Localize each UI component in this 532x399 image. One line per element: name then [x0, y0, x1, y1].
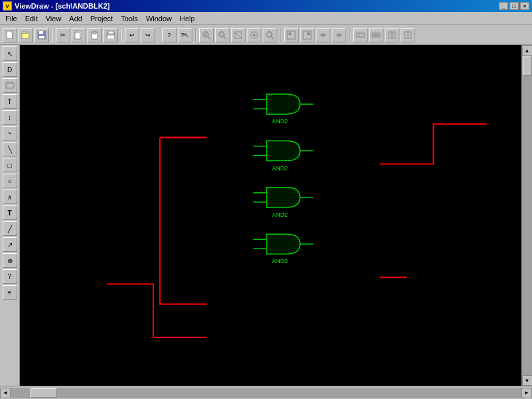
svg-rect-28	[289, 32, 291, 35]
scroll-track-vertical[interactable]	[522, 56, 533, 375]
tool-slash[interactable]: ╱	[3, 221, 17, 236]
menu-edit[interactable]: Edit	[21, 13, 42, 24]
toolbar-sep-6	[349, 28, 350, 42]
toolbar-copy[interactable]	[72, 28, 86, 42]
bottom-area: ◄ ►	[0, 386, 532, 399]
toolbar-sep-3	[158, 28, 159, 42]
toolbar-save[interactable]	[34, 28, 49, 42]
svg-line-21	[235, 32, 241, 38]
menu-bar: File Edit View Add Project Tools Window …	[0, 12, 532, 25]
toolbar-mode3[interactable]	[385, 28, 399, 42]
svg-text:AND2: AND2	[272, 118, 288, 125]
toolbar-sep-5	[280, 28, 281, 42]
tool-component[interactable]	[3, 78, 17, 93]
menu-help[interactable]: Help	[176, 13, 199, 24]
title-bar-buttons[interactable]: _ □ ×	[499, 2, 529, 10]
svg-rect-40	[393, 32, 395, 38]
tool-wire[interactable]: T	[3, 94, 17, 109]
toolbar-new[interactable]	[3, 28, 17, 42]
svg-rect-35	[356, 33, 364, 37]
tool-move[interactable]: ↗	[3, 237, 17, 252]
menu-file[interactable]: File	[1, 13, 21, 24]
tool-line[interactable]: ╲	[3, 142, 17, 156]
main-area: ↖ D T ↕ ~ ╲ □ ○ ∧ T ╱ ↗ ⊕ ? ≡	[0, 45, 532, 386]
scroll-left-button[interactable]: ◄	[0, 388, 11, 398]
canvas-area[interactable]: AND2 AND2 AND2	[20, 45, 521, 386]
toolbar-undo[interactable]: ↩	[125, 28, 139, 42]
scroll-thumb-vertical[interactable]	[523, 56, 532, 76]
toolbar-zoom-prev[interactable]	[263, 28, 277, 42]
toolbar-sep-2	[121, 28, 122, 42]
toolbar-zoom-in[interactable]	[199, 28, 214, 42]
tool-d[interactable]: D	[3, 62, 17, 77]
vertical-scrollbar[interactable]: ▲ ▼	[521, 45, 532, 386]
svg-marker-32	[322, 32, 325, 38]
toolbar-nav4[interactable]	[332, 28, 346, 42]
menu-tools[interactable]: Tools	[117, 13, 142, 24]
toolbar-paste[interactable]	[88, 28, 102, 42]
svg-rect-12	[107, 36, 114, 38]
toolbar-nav1[interactable]	[284, 28, 299, 42]
menu-view[interactable]: View	[42, 13, 66, 24]
scroll-right-button[interactable]: ►	[521, 388, 532, 398]
tool-connect[interactable]: ⊕	[3, 253, 17, 268]
horizontal-scrollbar[interactable]: ◄ ►	[0, 386, 532, 399]
scroll-up-button[interactable]: ▲	[522, 45, 533, 56]
tool-busentry[interactable]: ~	[3, 126, 17, 141]
svg-rect-30	[307, 32, 310, 35]
svg-rect-9	[93, 31, 96, 34]
toolbar-whatis[interactable]: ?↖	[178, 28, 192, 42]
svg-line-18	[224, 36, 226, 39]
scroll-thumb-horizontal[interactable]	[31, 388, 57, 398]
tool-bus[interactable]: ↕	[3, 110, 17, 125]
toolbar-mode2[interactable]	[369, 28, 383, 42]
toolbar-print[interactable]	[103, 28, 118, 42]
minimize-button[interactable]: _	[499, 2, 508, 10]
title-bar: V ViewDraw - [sch\ANDBLK2] _ □ ×	[0, 0, 532, 12]
toolbar-nav3[interactable]	[316, 28, 330, 42]
svg-line-25	[271, 36, 274, 39]
toolbar-mode4[interactable]	[401, 28, 415, 42]
tool-select[interactable]: ↖	[3, 46, 17, 61]
svg-rect-39	[389, 32, 391, 38]
scroll-down-button[interactable]: ▼	[522, 375, 533, 386]
svg-rect-5	[39, 36, 44, 38]
svg-rect-4	[39, 31, 43, 34]
schematic-canvas: AND2 AND2 AND2	[20, 45, 521, 386]
svg-point-23	[253, 34, 255, 36]
svg-marker-34	[337, 32, 340, 38]
toolbar-zoom-out[interactable]	[215, 28, 230, 42]
svg-line-14	[208, 36, 210, 39]
svg-text:AND2: AND2	[272, 258, 288, 264]
tool-probe[interactable]: ?	[3, 269, 17, 284]
toolbar-open[interactable]	[19, 28, 33, 42]
toolbar-cut[interactable]: ✂	[56, 28, 70, 42]
svg-rect-38	[373, 34, 379, 36]
toolbar-zoom-all[interactable]	[247, 28, 261, 42]
tool-arc[interactable]: ∧	[3, 190, 17, 204]
toolbar-mode1[interactable]	[353, 28, 367, 42]
svg-rect-1	[22, 33, 29, 38]
menu-project[interactable]: Project	[86, 13, 117, 24]
left-toolbar: ↖ D T ↕ ~ ╲ □ ○ ∧ T ╱ ↗ ⊕ ? ≡	[0, 45, 20, 386]
svg-rect-11	[108, 31, 113, 34]
tool-param[interactable]: ≡	[3, 285, 17, 300]
toolbar: ✂ ↩ ↪ ? ?↖	[0, 25, 532, 45]
maximize-button[interactable]: □	[509, 2, 519, 10]
toolbar-nav2[interactable]	[300, 28, 314, 42]
tool-circle[interactable]: ○	[3, 174, 17, 188]
toolbar-redo[interactable]: ↪	[141, 28, 155, 42]
toolbar-sep-1	[52, 28, 53, 42]
close-button[interactable]: ×	[520, 2, 529, 10]
tool-text[interactable]: T	[3, 205, 17, 220]
tool-rect[interactable]: □	[3, 158, 17, 172]
menu-add[interactable]: Add	[65, 13, 86, 24]
title-bar-left: V ViewDraw - [sch\ANDBLK2]	[3, 1, 109, 11]
svg-text:AND2: AND2	[272, 165, 288, 172]
svg-marker-2	[22, 31, 26, 33]
toolbar-help[interactable]: ?	[162, 28, 176, 42]
scroll-track-horizontal[interactable]	[11, 388, 521, 398]
toolbar-zoom-fit[interactable]	[231, 28, 245, 42]
app-icon: V	[3, 1, 12, 11]
menu-window[interactable]: Window	[142, 13, 176, 24]
